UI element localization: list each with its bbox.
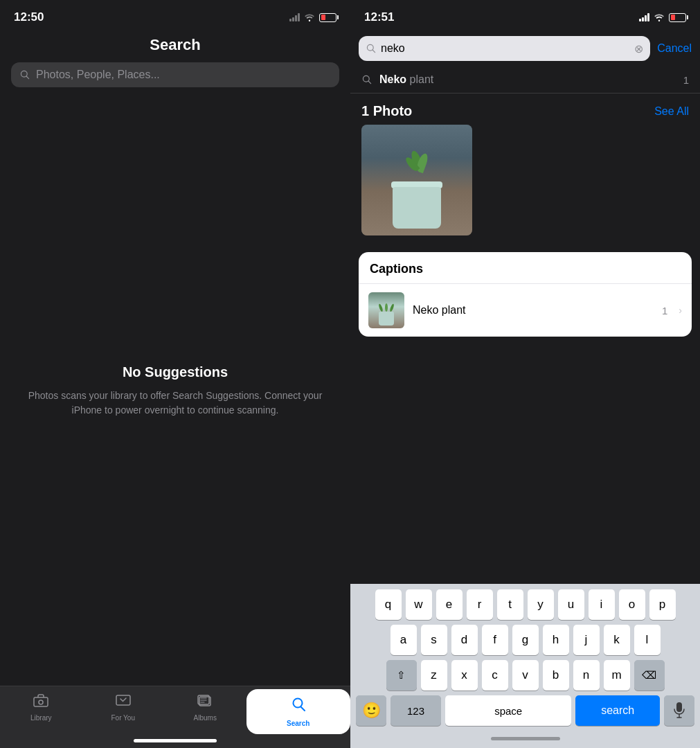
key-k[interactable]: k (604, 625, 630, 655)
key-p[interactable]: p (649, 589, 676, 620)
left-time: 12:50 (14, 10, 44, 24)
caption-thumbnail (368, 292, 404, 328)
mini-plant (379, 303, 394, 326)
key-s[interactable]: s (421, 625, 447, 655)
plant-pot (393, 173, 441, 229)
key-v[interactable]: v (512, 660, 539, 691)
no-suggestions-title: No Suggestions (123, 364, 228, 380)
keyboard-home-indicator (353, 731, 697, 745)
delete-key[interactable]: ⌫ (634, 660, 665, 691)
left-status-bar: 12:50 (0, 0, 350, 30)
key-m[interactable]: m (604, 660, 630, 691)
battery-icon (319, 13, 336, 22)
suggestion-suffix: plant (406, 73, 433, 85)
search-bar[interactable]: Photos, People, Places... (11, 62, 339, 87)
right-status-icons (639, 13, 686, 22)
key-e[interactable]: e (436, 589, 463, 620)
no-suggestions-area: No Suggestions Photos scans your library… (0, 96, 350, 686)
key-q[interactable]: q (375, 589, 402, 620)
suggestion-search-icon (361, 74, 373, 85)
tab-for-you[interactable]: For You (82, 693, 165, 722)
key-x[interactable]: x (451, 660, 478, 691)
right-panel: 12:51 (350, 0, 700, 748)
key-o[interactable]: o (619, 589, 645, 620)
key-n[interactable]: n (573, 660, 600, 691)
keyboard: q w e r t y u i o p a s d f g h j k l ⇧ … (350, 584, 700, 748)
search-key[interactable]: search (575, 695, 660, 726)
search-bar-container: Photos, People, Places... (0, 62, 350, 96)
library-label: Library (30, 714, 52, 722)
tab-albums[interactable]: Albums (164, 693, 246, 722)
photo-thumbnail[interactable] (361, 125, 472, 235)
suggestion-text: Neko plant (379, 73, 676, 86)
caption-count: 1 (662, 305, 667, 317)
svg-rect-2 (34, 697, 48, 706)
key-f[interactable]: f (482, 625, 508, 655)
suggestion-highlight: Neko (379, 73, 406, 85)
cancel-button[interactable]: Cancel (657, 42, 692, 55)
right-time: 12:51 (364, 10, 394, 24)
left-panel: 12:50 Search (0, 0, 350, 748)
suggestion-count: 1 (683, 74, 689, 86)
search-input-value[interactable]: neko (381, 42, 630, 55)
svg-rect-13 (676, 702, 682, 712)
key-c[interactable]: c (482, 660, 508, 691)
key-w[interactable]: w (406, 589, 432, 620)
right-search-bar-row: neko ⊗ Cancel (350, 30, 700, 66)
space-key[interactable]: space (445, 695, 571, 726)
no-suggestions-description: Photos scans your library to offer Searc… (28, 389, 323, 418)
svg-point-7 (293, 699, 302, 708)
keyboard-row-2: a s d f g h j k l (353, 625, 697, 655)
chevron-right-icon: › (679, 305, 682, 316)
suggestion-row[interactable]: Neko plant 1 (350, 66, 700, 93)
for-you-icon (115, 693, 132, 711)
tab-bar: Library For You Albums (0, 686, 350, 748)
keyboard-bottom-row: 🙂 123 space search (353, 695, 697, 726)
key-t[interactable]: t (497, 589, 523, 620)
right-search-bar[interactable]: neko ⊗ (359, 36, 650, 61)
key-y[interactable]: y (528, 589, 554, 620)
wifi-icon (304, 13, 315, 21)
clear-search-button[interactable]: ⊗ (634, 42, 643, 55)
num-key[interactable]: 123 (391, 695, 441, 726)
for-you-label: For You (111, 714, 135, 722)
key-h[interactable]: h (543, 625, 569, 655)
mic-key[interactable] (664, 695, 694, 726)
key-b[interactable]: b (543, 660, 569, 691)
right-battery-icon (669, 13, 686, 22)
key-d[interactable]: d (451, 625, 478, 655)
caption-label: Neko plant (413, 304, 654, 317)
signal-icon (289, 13, 300, 21)
right-status-bar: 12:51 (350, 0, 700, 30)
page-title: Search (0, 30, 350, 62)
shift-key[interactable]: ⇧ (386, 660, 417, 691)
home-indicator (134, 739, 217, 742)
right-search-icon (366, 43, 377, 54)
key-r[interactable]: r (467, 589, 493, 620)
captions-card: Captions Neko plant 1 › (359, 252, 692, 337)
svg-line-1 (26, 76, 29, 79)
search-tab-label: Search (287, 720, 309, 727)
svg-line-10 (373, 50, 375, 53)
caption-row[interactable]: Neko plant 1 › (359, 284, 692, 337)
tab-library[interactable]: Library (0, 693, 82, 722)
key-i[interactable]: i (589, 589, 615, 620)
left-status-icons (289, 13, 336, 22)
plant-photo-image (361, 125, 472, 235)
key-a[interactable]: a (391, 625, 417, 655)
keyboard-row-3: ⇧ z x c v b n m ⌫ (353, 660, 697, 691)
key-u[interactable]: u (558, 589, 584, 620)
key-z[interactable]: z (421, 660, 447, 691)
svg-line-12 (368, 81, 371, 84)
key-j[interactable]: j (573, 625, 600, 655)
library-icon (33, 693, 49, 711)
emoji-key[interactable]: 🙂 (356, 695, 386, 726)
plant-leaves (403, 150, 431, 181)
see-all-button[interactable]: See All (654, 105, 689, 118)
section-title: 1 Photo (361, 103, 412, 119)
tab-search[interactable]: Search (246, 689, 351, 734)
right-wifi-icon (654, 13, 665, 21)
albums-icon (197, 693, 213, 711)
key-l[interactable]: l (634, 625, 661, 655)
key-g[interactable]: g (512, 625, 539, 655)
